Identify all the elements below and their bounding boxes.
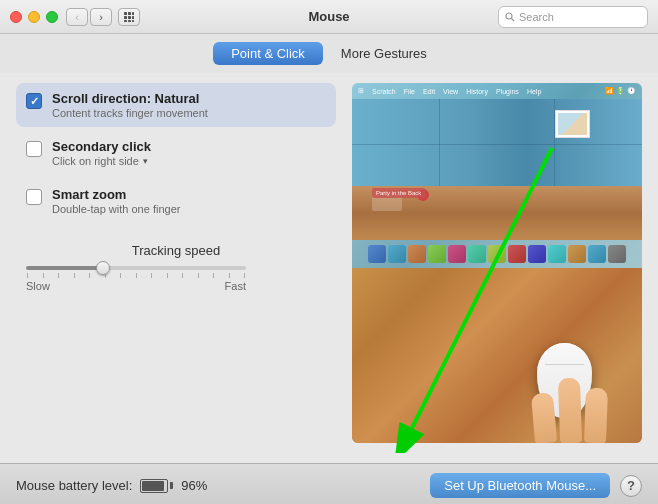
minimize-button[interactable] bbox=[28, 11, 40, 23]
help-button[interactable]: ? bbox=[620, 475, 642, 497]
left-panel: Scroll direction: Natural Content tracks… bbox=[16, 83, 336, 453]
search-icon bbox=[505, 12, 515, 22]
pref-secondary-text: Secondary click Click on right side ▾ bbox=[52, 139, 151, 167]
dock-icon-13 bbox=[608, 245, 626, 263]
finger-2 bbox=[558, 378, 582, 443]
battery-percent: 96% bbox=[181, 478, 207, 493]
battery-tip bbox=[170, 482, 173, 489]
slider-track bbox=[26, 266, 246, 270]
grid-button[interactable] bbox=[118, 8, 140, 26]
svg-rect-2 bbox=[132, 12, 134, 15]
tab-point-click[interactable]: Point & Click bbox=[213, 42, 323, 65]
magic-mouse-line bbox=[545, 364, 584, 365]
pref-scroll-subtitle: Content tracks finger movement bbox=[52, 107, 208, 119]
grid-icon bbox=[123, 11, 135, 23]
pref-smart-title: Smart zoom bbox=[52, 187, 180, 202]
battery-fill bbox=[142, 481, 164, 491]
slider-slow-label: Slow bbox=[26, 280, 50, 292]
dock-icon-5 bbox=[448, 245, 466, 263]
pref-scroll-direction[interactable]: Scroll direction: Natural Content tracks… bbox=[16, 83, 336, 127]
dock-icon-4 bbox=[428, 245, 446, 263]
finger-3 bbox=[584, 388, 608, 443]
search-placeholder: Search bbox=[519, 11, 554, 23]
checkbox-scroll-direction[interactable] bbox=[26, 93, 42, 109]
forward-button[interactable]: › bbox=[90, 8, 112, 26]
right-panel: ⊞ Scratch File Edit View History Plugins… bbox=[352, 83, 642, 453]
preview-top: ⊞ Scratch File Edit View History Plugins… bbox=[352, 83, 642, 268]
dock-icon-9 bbox=[528, 245, 546, 263]
main-content: Scroll direction: Natural Content tracks… bbox=[0, 73, 658, 463]
party-sign: Party in the Back bbox=[372, 188, 425, 198]
svg-rect-8 bbox=[132, 20, 134, 22]
tracking-section: Tracking speed Slow Fast bbox=[16, 243, 336, 292]
zoom-button[interactable] bbox=[46, 11, 58, 23]
svg-rect-5 bbox=[132, 16, 134, 19]
dock-icon-3 bbox=[408, 245, 426, 263]
svg-point-9 bbox=[506, 13, 512, 19]
pref-smart-zoom[interactable]: Smart zoom Double-tap with one finger bbox=[16, 179, 336, 223]
pref-secondary-title: Secondary click bbox=[52, 139, 151, 154]
traffic-lights bbox=[10, 11, 58, 23]
grid-line-h bbox=[352, 144, 642, 145]
battery-label: Mouse battery level: bbox=[16, 478, 132, 493]
desktop-scene: Party in the Back bbox=[352, 99, 642, 240]
slider-ticks bbox=[26, 273, 246, 278]
back-button[interactable]: ‹ bbox=[66, 8, 88, 26]
svg-rect-0 bbox=[124, 12, 127, 15]
dock-icon-7 bbox=[488, 245, 506, 263]
battery-body bbox=[140, 479, 168, 493]
dock-icon-2 bbox=[388, 245, 406, 263]
svg-line-10 bbox=[512, 18, 515, 21]
svg-rect-7 bbox=[128, 20, 131, 22]
battery-info: Mouse battery level: 96% bbox=[16, 478, 207, 493]
bottom-buttons: Set Up Bluetooth Mouse... ? bbox=[430, 473, 642, 498]
svg-rect-1 bbox=[128, 12, 131, 15]
battery-icon bbox=[140, 479, 173, 493]
dock-icon-8 bbox=[508, 245, 526, 263]
hand bbox=[533, 378, 607, 443]
svg-rect-3 bbox=[124, 16, 127, 19]
pref-smart-text: Smart zoom Double-tap with one finger bbox=[52, 187, 180, 215]
sim-dock bbox=[352, 240, 642, 268]
nav-buttons: ‹ › bbox=[66, 8, 140, 26]
slider-labels: Slow Fast bbox=[26, 280, 246, 292]
dock-icon-6 bbox=[468, 245, 486, 263]
svg-rect-6 bbox=[124, 20, 127, 22]
checkbox-secondary-click[interactable] bbox=[26, 141, 42, 157]
pref-smart-subtitle: Double-tap with one finger bbox=[52, 203, 180, 215]
tracking-slider-container: Slow Fast bbox=[26, 266, 246, 292]
finger-1 bbox=[531, 392, 557, 443]
floor: Party in the Back bbox=[352, 186, 642, 240]
close-button[interactable] bbox=[10, 11, 22, 23]
pref-scroll-title: Scroll direction: Natural bbox=[52, 91, 208, 106]
bluetooth-setup-button[interactable]: Set Up Bluetooth Mouse... bbox=[430, 473, 610, 498]
pref-secondary-click[interactable]: Secondary click Click on right side ▾ bbox=[16, 131, 336, 175]
tab-more-gestures[interactable]: More Gestures bbox=[323, 42, 445, 65]
pref-secondary-subtitle-row: Click on right side ▾ bbox=[52, 154, 151, 167]
painting bbox=[555, 110, 590, 138]
dock-icon-1 bbox=[368, 245, 386, 263]
pref-secondary-subtitle: Click on right side bbox=[52, 155, 139, 167]
pref-scroll-text: Scroll direction: Natural Content tracks… bbox=[52, 91, 208, 119]
window-title: Mouse bbox=[308, 9, 349, 24]
tracking-label: Tracking speed bbox=[26, 243, 326, 258]
dock-icon-12 bbox=[588, 245, 606, 263]
bottombar: Mouse battery level: 96% Set Up Bluetoot… bbox=[0, 463, 658, 504]
svg-rect-4 bbox=[128, 16, 131, 19]
checkbox-smart-zoom[interactable] bbox=[26, 189, 42, 205]
preview-bottom bbox=[352, 268, 642, 443]
titlebar: ‹ › Mouse Search bbox=[0, 0, 658, 34]
slider-fast-label: Fast bbox=[225, 280, 246, 292]
search-box[interactable]: Search bbox=[498, 6, 648, 28]
dock-icon-10 bbox=[548, 245, 566, 263]
painting-inner bbox=[558, 113, 587, 135]
dock-icon-11 bbox=[568, 245, 586, 263]
sim-menubar: ⊞ Scratch File Edit View History Plugins… bbox=[352, 83, 642, 99]
tabbar: Point & Click More Gestures bbox=[0, 34, 658, 73]
chevron-down-icon: ▾ bbox=[143, 156, 148, 166]
slider-thumb[interactable] bbox=[96, 261, 110, 275]
